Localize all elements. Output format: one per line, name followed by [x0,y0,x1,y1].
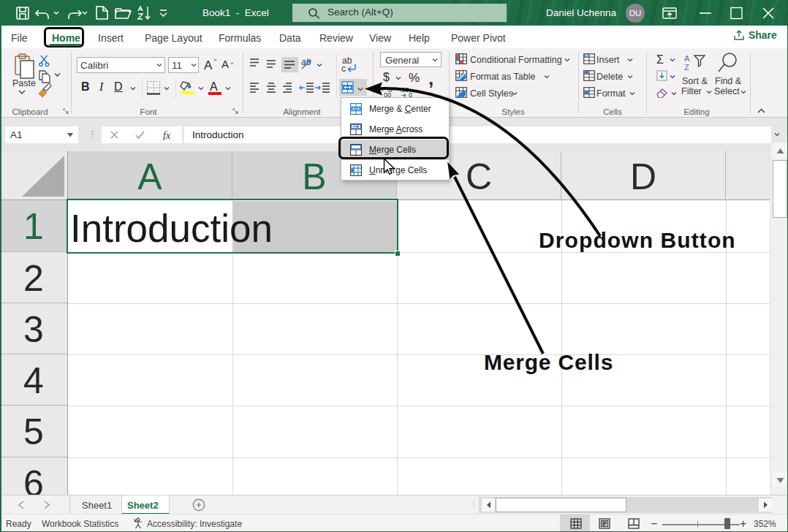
svg-text:A: A [684,54,690,63]
svg-text:.00: .00 [400,87,409,94]
svg-text:Paste: Paste [12,78,36,88]
svg-text:Z: Z [684,63,689,72]
svg-text:fx: fx [163,130,171,140]
